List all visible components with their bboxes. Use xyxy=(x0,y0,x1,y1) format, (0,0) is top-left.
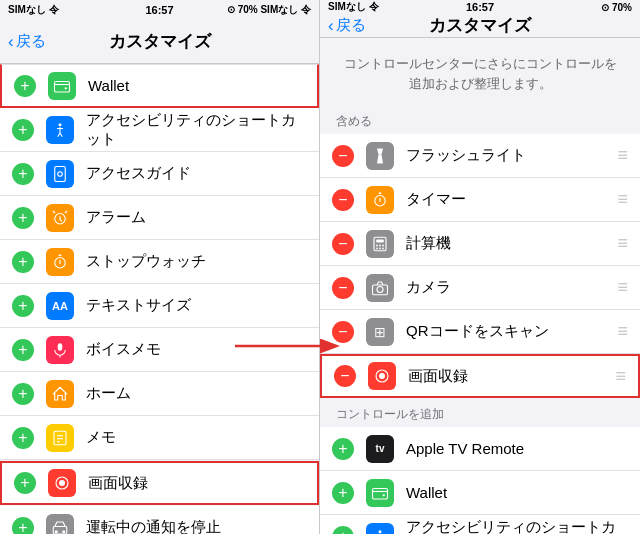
svg-point-37 xyxy=(377,286,383,292)
add-memo-btn[interactable]: + xyxy=(12,427,34,449)
add-accessibility-btn[interactable]: + xyxy=(12,119,34,141)
left-item-home[interactable]: + ホーム xyxy=(0,372,319,416)
home-label: ホーム xyxy=(86,384,307,403)
screen-record-label: 画面収録 xyxy=(88,474,305,493)
screen-record-icon xyxy=(48,469,76,497)
left-item-memo[interactable]: + メモ xyxy=(0,416,319,460)
svg-point-34 xyxy=(379,247,381,249)
drag-calculator[interactable]: ≡ xyxy=(617,233,628,254)
memo-icon xyxy=(46,424,74,452)
left-back-button[interactable]: ‹ 戻る xyxy=(8,32,46,52)
right-panel: SIMなし 令 16:57 ⊙ 70% ‹ 戻る カスタマイズ コントロールセン… xyxy=(320,0,640,534)
right-item-qr-scan[interactable]: − ⊞ QRコードをスキャン ≡ xyxy=(320,310,640,354)
add-wallet-btn[interactable]: + xyxy=(14,75,36,97)
left-item-guided-access[interactable]: + アクセスガイド xyxy=(0,152,319,196)
text-size-label: テキストサイズ xyxy=(86,296,307,315)
flashlight-icon xyxy=(366,142,394,170)
drag-flashlight[interactable]: ≡ xyxy=(617,145,628,166)
left-item-screen-record[interactable]: + 画面収録 xyxy=(0,461,319,505)
left-nav-bar: ‹ 戻る カスタマイズ xyxy=(0,20,319,64)
drag-qr[interactable]: ≡ xyxy=(617,321,628,342)
wallet-icon xyxy=(48,72,76,100)
left-item-stopwatch[interactable]: + ストップウォッチ xyxy=(0,240,319,284)
drag-screen-record[interactable]: ≡ xyxy=(615,366,626,387)
add-dnd-btn[interactable]: + xyxy=(12,517,34,535)
include-label: 含める xyxy=(336,114,372,128)
right-back-button[interactable]: ‹ 戻る xyxy=(328,16,366,36)
add-text-size-btn[interactable]: + xyxy=(12,295,34,317)
add-stopwatch-btn[interactable]: + xyxy=(12,251,34,273)
add-list: + tv Apple TV Remote + Wallet + アクセシビリティ… xyxy=(320,427,640,534)
svg-rect-0 xyxy=(55,81,70,92)
remove-timer-btn[interactable]: − xyxy=(332,189,354,211)
svg-point-17 xyxy=(55,530,58,533)
remove-camera-btn[interactable]: − xyxy=(332,277,354,299)
qr-scan-icon: ⊞ xyxy=(366,318,394,346)
calculator-icon xyxy=(366,230,394,258)
right-item-flashlight[interactable]: − フラッシュライト ≡ xyxy=(320,134,640,178)
left-item-dnd-driving[interactable]: + 運転中の通知を停止 xyxy=(0,506,319,534)
right-item-timer[interactable]: − タイマー ≡ xyxy=(320,178,640,222)
remove-qr-btn[interactable]: − xyxy=(332,321,354,343)
voice-memo-icon xyxy=(46,336,74,364)
screen-record-right-icon xyxy=(368,362,396,390)
remove-screen-record-btn[interactable]: − xyxy=(334,365,356,387)
qr-scan-label: QRコードをスキャン xyxy=(406,322,605,341)
svg-rect-8 xyxy=(58,343,63,351)
accessibility-add-icon xyxy=(366,523,394,535)
add-accessibility-add-btn[interactable]: + xyxy=(332,526,354,535)
add-guided-btn[interactable]: + xyxy=(12,163,34,185)
svg-point-39 xyxy=(379,373,385,379)
left-item-voice-memo[interactable]: + ボイスメモ xyxy=(0,328,319,372)
section-include-header: 含める xyxy=(320,105,640,134)
right-item-screen-record[interactable]: − 画面収録 ≡ xyxy=(320,354,640,398)
included-list: − フラッシュライト ≡ − タイマー ≡ − 計算機 ≡ − xyxy=(320,134,640,398)
right-item-calculator[interactable]: − 計算機 ≡ xyxy=(320,222,640,266)
home-icon xyxy=(46,380,74,408)
add-alarm-btn[interactable]: + xyxy=(12,207,34,229)
add-section-label: コントロールを追加 xyxy=(336,407,444,421)
timer-label: タイマー xyxy=(406,190,605,209)
svg-point-30 xyxy=(376,244,378,246)
svg-point-35 xyxy=(382,247,384,249)
add-home-btn[interactable]: + xyxy=(12,383,34,405)
add-voice-memo-btn[interactable]: + xyxy=(12,339,34,361)
right-item-wallet-add[interactable]: + Wallet xyxy=(320,471,640,515)
drag-timer[interactable]: ≡ xyxy=(617,189,628,210)
left-item-wallet[interactable]: + Wallet xyxy=(0,64,319,108)
add-apple-tv-btn[interactable]: + xyxy=(332,438,354,460)
calculator-label: 計算機 xyxy=(406,234,605,253)
drag-camera[interactable]: ≡ xyxy=(617,277,628,298)
right-battery: ⊙ 70% xyxy=(601,2,632,13)
right-time: 16:57 xyxy=(466,1,494,13)
right-item-camera[interactable]: − カメラ ≡ xyxy=(320,266,640,310)
accessibility-add-label: アクセシビリティのショートカット xyxy=(406,518,628,535)
left-item-alarm[interactable]: + アラーム xyxy=(0,196,319,240)
add-screen-record-btn[interactable]: + xyxy=(14,472,36,494)
stopwatch-icon xyxy=(46,248,74,276)
left-panel: SIMなし 令 16:57 ⊙ 70% SIMなし 令 ‹ 戻る カスタマイズ … xyxy=(0,0,320,534)
left-item-accessibility[interactable]: + アクセシビリティのショートカット xyxy=(0,108,319,152)
timer-icon xyxy=(366,186,394,214)
dnd-driving-label: 運転中の通知を停止 xyxy=(86,518,307,534)
voice-memo-label: ボイスメモ xyxy=(86,340,307,359)
svg-point-33 xyxy=(376,247,378,249)
left-item-text-size[interactable]: + AA テキストサイズ xyxy=(0,284,319,328)
svg-point-2 xyxy=(59,123,62,126)
remove-calculator-btn[interactable]: − xyxy=(332,233,354,255)
alarm-icon xyxy=(46,204,74,232)
right-item-accessibility-add[interactable]: + アクセシビリティのショートカット xyxy=(320,515,640,534)
svg-rect-29 xyxy=(376,239,384,242)
alarm-label: アラーム xyxy=(86,208,307,227)
flashlight-label: フラッシュライト xyxy=(406,146,605,165)
add-wallet-add-btn[interactable]: + xyxy=(332,482,354,504)
right-nav-title: カスタマイズ xyxy=(429,14,531,37)
remove-flashlight-btn[interactable]: − xyxy=(332,145,354,167)
description-section: コントロールセンターにさらにコントロールを追加および整理します。 xyxy=(320,38,640,105)
apple-tv-icon: tv xyxy=(366,435,394,463)
accessibility-icon xyxy=(46,116,74,144)
text-size-icon: AA xyxy=(46,292,74,320)
wallet-label: Wallet xyxy=(88,77,305,94)
svg-point-42 xyxy=(379,530,382,533)
right-item-apple-tv[interactable]: + tv Apple TV Remote xyxy=(320,427,640,471)
